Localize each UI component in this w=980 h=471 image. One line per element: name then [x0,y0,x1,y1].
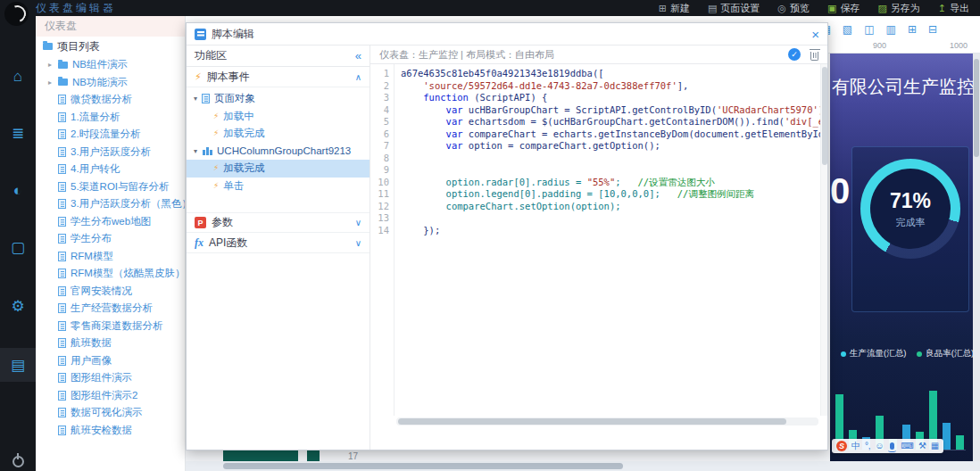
sidebar-item[interactable]: 学生分布 [36,230,185,248]
save-as-button[interactable]: ▨另存为 [877,2,919,15]
code-editor[interactable]: 1234567891011121314 a67e4635c81eb45f0a49… [370,64,827,416]
emoji-icon[interactable]: ☺ [875,442,884,450]
page-settings-button[interactable]: ▤页面设置 [708,2,760,15]
code-lines[interactable]: a67e4635c81eb45f0a4921343e1819ddba([ 'so… [394,64,820,416]
skin-grid-icon[interactable]: ▦ [931,442,939,450]
chinese-mode-icon[interactable]: 中 [851,442,860,450]
event-tree: ▾页面对象⚡加载中⚡加载完成▾UCHColumnGroupChart9213⚡加… [187,87,370,212]
document-icon [58,303,66,313]
chevron-down-icon[interactable]: ∨ [355,218,361,227]
line-number: 1 [370,68,389,80]
app-logo[interactable] [4,2,29,26]
chevron-down-icon[interactable]: ∨ [355,238,361,248]
rail-item-data-layers[interactable]: ≣ [0,116,36,150]
section-script-events[interactable]: ⚡ 脚本事件 ∧ [187,67,370,87]
sidebar-item[interactable]: 5.渠道ROI与留存分析 [36,178,185,196]
event-lightning-icon: ⚡ [213,182,219,190]
canvas-align-icon[interactable]: ▥ [886,24,896,35]
sidebar-item[interactable]: 航班数据 [36,335,185,352]
document-icon [58,391,66,401]
canvas-panel-icon[interactable]: ◫ [864,24,874,35]
event-tree-item[interactable]: ▾UCHColumnGroupChart9213 [187,143,370,161]
sidebar-item[interactable]: RFM模型（炫酷黑皮肤） [36,265,185,283]
editor-breadcrumb: 仪表盘：生产监控 | 布局模式：自由布局 [379,48,554,62]
canvas-vertical-scrollbar[interactable] [973,54,980,461]
sidebar-item[interactable]: 微贷数据分析 [36,91,185,109]
canvas-toolbar: ▦▧◫▥⊞⊟ [821,24,938,35]
sidebar-item[interactable]: 学生分布web地图 [36,213,185,231]
line-number: 9 [370,164,389,177]
chevron-up-icon[interactable]: ∧ [355,72,361,82]
folder-icon [58,78,68,86]
dashboard-title: 有限公司生产监控 [832,75,973,99]
vscroll-thumb[interactable] [974,59,979,157]
document-icon [58,269,66,278]
rail-item-power[interactable] [0,444,36,471]
sidebar-item[interactable]: 用户画像 [36,352,185,370]
preview-button[interactable]: ◎预览 [777,2,810,15]
sidebar-item[interactable]: 1.流量分析 [36,109,185,127]
new-button[interactable]: ⊞新建 [659,2,690,15]
event-tree-item[interactable]: ⚡加载完成 [187,125,370,143]
event-tree-item[interactable]: ⚡加载中 [187,108,370,126]
sidebar-item[interactable]: 航班安检数据 [36,422,185,440]
close-icon[interactable]: × [811,28,819,41]
canvas-horizontal-scrollbar[interactable] [186,461,980,471]
canvas-add-icon[interactable]: ⊞ [908,24,917,35]
sidebar-item[interactable]: RFM模型 [36,248,185,266]
sidebar-item[interactable]: 4.用户转化 [36,161,185,178]
save-button[interactable]: ▣保存 [827,2,860,15]
sidebar-item[interactable]: 官网安装情况 [36,283,185,301]
sidebar-item[interactable]: 3.用户活跃度分析（黑色） [36,195,185,213]
document-icon [58,286,66,296]
rail-item-document[interactable]: ▤ [0,348,36,382]
fullwidth-mode-icon[interactable]: °‚ [865,442,870,450]
sidebar: 仪表盘 项目列表 ▸NB组件演示▸NB功能演示微贷数据分析1.流量分析2.时段流… [36,16,186,471]
section-parameters[interactable]: P 参数 ∨ [187,212,370,233]
sidebar-item[interactable]: 数据可视化演示 [36,404,185,422]
sidebar-item[interactable]: 2.时段流量分析 [36,126,185,144]
sidebar-item[interactable]: ▸NB功能演示 [36,74,185,92]
rail-item-home[interactable]: ⌂ [0,59,36,93]
event-tree-item[interactable]: ⚡加载完成 [187,160,370,178]
code-line: option.legend[0].padding = [10,0,0,0]; /… [401,188,820,201]
event-tree-item[interactable]: ▾页面对象 [187,90,370,108]
sidebar-item[interactable]: ▸NB组件演示 [36,56,185,74]
event-tree-item[interactable]: ⚡单击 [187,178,370,195]
microphone-icon[interactable] [890,442,894,450]
sidebar-item-label: NB组件演示 [72,58,128,71]
toolbox-icon[interactable]: ⚒ [918,442,926,450]
keyboard-icon[interactable]: ⌨ [901,442,913,450]
sidebar-item-label: 学生分布 [71,232,112,245]
hscroll-thumb[interactable] [223,463,623,469]
dashboard-preview: 有限公司生产监控 0 71% 完成率 生产流量(汇总)良品率(汇总) S中°‚☺… [830,54,973,461]
code-line: var ucHBarGroupChart = ScriptAPI.getCont… [401,104,820,117]
chevron-expanded-icon: ▾ [194,147,197,155]
canvas-bottom-edge: 17 [186,450,830,461]
trash-icon[interactable] [810,52,818,61]
document-icon [58,112,66,122]
sidebar-item[interactable]: 零售商渠道数据分析 [36,318,185,335]
editor-horizontal-scrollbar[interactable] [396,417,818,426]
rail-item-palette[interactable]: ◐ [0,173,36,207]
project-list-root[interactable]: 项目列表 [36,37,185,56]
rail-item-monitor[interactable]: ▢ [0,230,36,264]
collapse-panel-icon[interactable]: « [355,49,361,62]
code-line: var echartsdom = $(ucHBarGroupChart.getC… [401,116,820,128]
confirm-check-icon[interactable]: ✓ [788,48,801,61]
canvas-layout-icon[interactable]: ▧ [843,24,852,35]
sogou-logo-icon[interactable]: S [836,441,847,451]
sidebar-item[interactable]: 图形组件演示 [36,369,185,387]
sidebar-item-label: 官网安装情况 [71,285,132,298]
dashboard-bar-chart [835,361,966,450]
sidebar-item-label: 零售商渠道数据分析 [71,319,163,333]
sidebar-item[interactable]: 3.用户活跃度分析 [36,144,185,161]
rail-item-settings-gears[interactable]: ⚙ [0,289,36,323]
section-api-functions[interactable]: fx API函数 ∨ [187,233,370,253]
code-line [401,153,820,165]
export-button[interactable]: ↥导出 [938,2,969,15]
sidebar-item[interactable]: 生产经营数据分析 [36,300,185,318]
sidebar-item[interactable]: 图形组件演示2 [36,387,185,405]
canvas-fit-icon[interactable]: ⊟ [928,24,937,35]
editor-vertical-scrollbar[interactable] [820,64,827,416]
